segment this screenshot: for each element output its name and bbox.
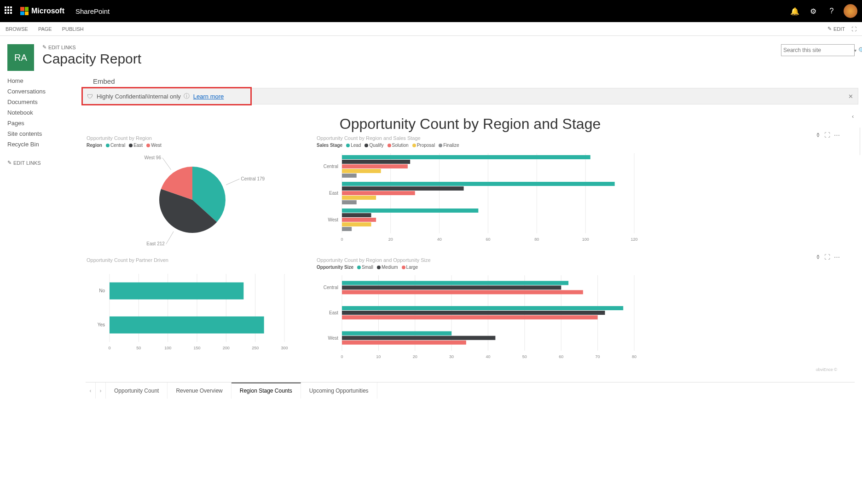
ribbon-tab-page[interactable]: PAGE: [38, 26, 52, 32]
nav-site-contents[interactable]: Site contents: [7, 128, 71, 139]
tab-region-stage-counts[interactable]: Region Stage Counts: [231, 382, 301, 399]
tab-prev[interactable]: ‹: [86, 382, 96, 399]
tab-next[interactable]: ›: [96, 382, 106, 399]
pencil-icon: ✎: [7, 160, 12, 166]
chart-title: Opportunity Count by Partner Driven: [87, 257, 307, 263]
settings-icon[interactable]: ⚙: [804, 7, 822, 16]
edit-links-top[interactable]: ✎EDIT LINKS: [42, 44, 781, 50]
svg-rect-23: [342, 164, 408, 168]
svg-rect-27: [342, 182, 615, 186]
nav-notebook[interactable]: Notebook: [7, 107, 71, 118]
svg-text:West: West: [328, 336, 338, 341]
svg-text:East: East: [329, 191, 338, 196]
edit-links-nav[interactable]: ✎EDIT LINKS: [7, 160, 71, 166]
svg-rect-25: [342, 174, 357, 178]
svg-text:80: 80: [632, 354, 636, 359]
svg-rect-77: [342, 290, 583, 294]
search-box[interactable]: ▾ 🔍: [781, 44, 855, 56]
visual-bar-stage[interactable]: ⚱ ⛶ ⋯ Opportunity Count by Region and Sa…: [317, 135, 840, 248]
visual-bar-size[interactable]: ⚱ ⛶ ⋯ Opportunity Count by Region and Op…: [317, 257, 840, 361]
svg-text:20: 20: [388, 237, 393, 242]
svg-text:0: 0: [341, 354, 343, 359]
svg-text:120: 120: [631, 237, 637, 242]
svg-rect-80: [342, 311, 605, 315]
app-name[interactable]: SharePoint: [75, 7, 110, 15]
edit-page-button[interactable]: ✎ EDIT: [827, 26, 845, 32]
svg-text:50: 50: [136, 346, 141, 350]
nav-documents[interactable]: Documents: [7, 97, 71, 107]
svg-text:0: 0: [341, 237, 343, 242]
report-tabs: ‹ › Opportunity Count Revenue Overview R…: [86, 382, 855, 399]
svg-rect-37: [342, 227, 352, 231]
svg-rect-24: [342, 169, 381, 173]
svg-rect-36: [342, 222, 371, 226]
svg-line-4: [162, 158, 171, 170]
ribbon-tab-browse[interactable]: BROWSE: [6, 26, 28, 32]
svg-rect-85: [342, 341, 466, 345]
search-input[interactable]: [783, 47, 852, 53]
site-tile[interactable]: RA: [7, 44, 34, 71]
more-icon[interactable]: ⋯: [834, 132, 840, 139]
focus-icon[interactable]: ⛶: [824, 132, 830, 139]
app-launcher-icon[interactable]: [5, 6, 14, 16]
edit-links-label: EDIT LINKS: [13, 160, 41, 166]
svg-text:100: 100: [164, 346, 171, 350]
filter-icon[interactable]: ⚱: [816, 254, 821, 261]
chevron-down-icon[interactable]: ▾: [854, 48, 856, 53]
tab-revenue-overview[interactable]: Revenue Overview: [168, 382, 231, 399]
stage-chart: 020406080100120CentralEastWest: [317, 151, 639, 243]
learn-more-link[interactable]: Learn more: [193, 93, 224, 100]
tab-opportunity-count[interactable]: Opportunity Count: [106, 382, 168, 399]
svg-text:60: 60: [486, 237, 490, 242]
search-icon[interactable]: 🔍: [858, 47, 862, 54]
svg-rect-81: [342, 315, 598, 319]
focus-icon[interactable]: ⛶: [824, 254, 830, 261]
visual-pie-region[interactable]: Opportunity Count by Region RegionCentra…: [87, 135, 307, 248]
expand-pane-icon[interactable]: ‹: [852, 113, 859, 120]
info-icon[interactable]: ⓘ: [184, 92, 190, 100]
svg-rect-31: [342, 200, 357, 204]
brand-text: Microsoft: [31, 7, 64, 15]
svg-text:80: 80: [534, 237, 539, 242]
chart-title: Opportunity Count by Region and Sales St…: [317, 135, 840, 141]
svg-text:No: No: [99, 288, 105, 293]
webpart-title: Embed: [93, 77, 862, 85]
nav-conversations[interactable]: Conversations: [7, 86, 71, 97]
focus-mode-icon[interactable]: ⛶: [851, 26, 856, 32]
more-icon[interactable]: ⋯: [834, 254, 840, 261]
svg-rect-53: [110, 283, 243, 300]
close-icon[interactable]: ✕: [848, 93, 853, 100]
tab-upcoming-opportunities[interactable]: Upcoming Opportunities: [301, 382, 377, 399]
nav-pages[interactable]: Pages: [7, 118, 71, 128]
svg-rect-30: [342, 196, 376, 200]
page-header: RA ✎EDIT LINKS Capacity Report ▾ 🔍: [0, 36, 862, 75]
svg-rect-79: [342, 306, 623, 310]
svg-rect-83: [342, 331, 451, 336]
chart-legend: Opportunity SizeSmallMediumLarge: [317, 265, 840, 270]
svg-line-2: [166, 232, 174, 244]
visual-bar-partner[interactable]: Opportunity Count by Partner Driven 0501…: [87, 257, 307, 361]
report-title: Opportunity Count by Region and Stage: [82, 116, 858, 133]
pie-chart: Central 179East 212West 96: [87, 151, 289, 248]
svg-text:40: 40: [486, 354, 490, 359]
pencil-icon: ✎: [827, 26, 832, 32]
svg-text:0: 0: [108, 346, 110, 350]
svg-text:200: 200: [223, 346, 230, 350]
filter-icon[interactable]: ⚱: [816, 132, 821, 139]
svg-rect-33: [342, 209, 478, 213]
avatar[interactable]: [844, 4, 857, 18]
sensitivity-label: Highly Confidential\Internal only: [97, 93, 181, 100]
svg-text:East 212: East 212: [146, 241, 165, 246]
ribbon-tab-publish[interactable]: PUBLISH: [62, 26, 84, 32]
chart-title: Opportunity Count by Region: [87, 135, 307, 141]
edit-label: EDIT: [833, 26, 845, 32]
notifications-icon[interactable]: 🔔: [786, 7, 804, 16]
svg-rect-76: [342, 285, 561, 290]
nav-recycle-bin[interactable]: Recycle Bin: [7, 139, 71, 150]
filters-pane-toggle[interactable]: › Filters: [860, 127, 862, 155]
help-icon[interactable]: ?: [822, 7, 841, 15]
svg-text:Yes: Yes: [98, 322, 105, 327]
suite-bar: Microsoft SharePoint 🔔 ⚙ ?: [0, 0, 862, 22]
nav-home[interactable]: Home: [7, 75, 71, 86]
ribbon: BROWSE PAGE PUBLISH ✎ EDIT ⛶: [0, 22, 862, 36]
